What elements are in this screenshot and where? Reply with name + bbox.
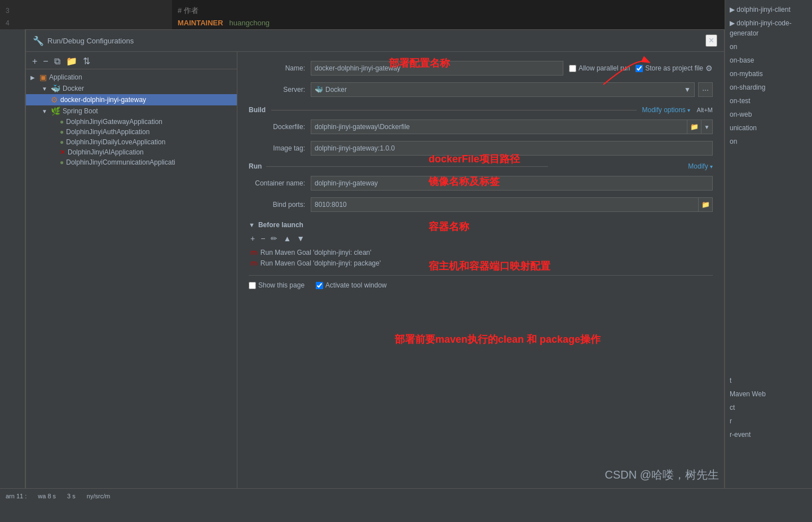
right-panel: ▶ dolphin-jinyi-client ▶ dolphin-jinyi-c…	[725, 0, 812, 522]
launch-add-button[interactable]: +	[249, 233, 257, 244]
code-gutter: 3 4	[0, 0, 172, 29]
right-panel-item: on-base	[730, 54, 807, 67]
dialog-title: 🔧 Run/Debug Configurations	[33, 36, 134, 46]
tree-folder-button[interactable]: 📁	[64, 56, 79, 67]
bind-ports-folder-button[interactable]: 📁	[698, 197, 713, 212]
spring-boot-label: Spring Boot	[63, 107, 98, 115]
tree-toolbar: + − ⧉ 📁 ⇅	[26, 54, 237, 69]
name-row-extras: Allow parallel run Store as project file…	[569, 64, 713, 73]
launch-item-package[interactable]: m Run Maven Goal 'dolphin-jinyi: package…	[249, 258, 713, 268]
maintainer-value: huangchong	[230, 19, 270, 27]
right-panel-item-ct: ct	[730, 401, 807, 414]
docker-selected-label: docker-dolphin-jinyi-gateway	[60, 96, 146, 104]
before-launch-section: ▼ Before launch + − ✏ ▲ ▼ m Run Maven Go…	[249, 221, 713, 268]
spring-item-4: DolphinJinyiAIApplication	[68, 148, 144, 156]
image-tag-row: Image tag:	[249, 141, 713, 156]
app-icon-3: ●	[60, 138, 64, 146]
launch-remove-button[interactable]: −	[259, 233, 267, 244]
bottom-bar: Show this page Activate tool window	[249, 275, 713, 295]
tree-item-docker[interactable]: ▼ 🐳 Docker	[26, 83, 237, 94]
tree-item-daily-love[interactable]: ● DolphinJinyiDailyLoveApplication	[26, 137, 237, 147]
code-content: # 作者 MAINTAINER huangchong	[172, 0, 812, 29]
tree-item-comm[interactable]: ● DolphinJinyiCommunicationApplicati	[26, 157, 237, 167]
docker-icon: 🐳	[51, 84, 60, 93]
server-select-value: Docker	[325, 86, 347, 94]
modify-run-link[interactable]: Modify ▾	[688, 162, 713, 170]
build-section-header: Build Modify options ▾ Alt+M	[249, 106, 713, 114]
dialog-body: + − ⧉ 📁 ⇅ ▶ ▣ Application ▼ 🐳 Docker	[26, 52, 724, 520]
tree-item-auth[interactable]: ● DolphinJinyiAuthApplication	[26, 127, 237, 137]
spring-item-5: DolphinJinyiCommunicationApplicati	[66, 158, 175, 166]
tree-item-ai[interactable]: ✕ DolphinJinyiAIApplication	[26, 147, 237, 157]
app-icon-4: ✕	[60, 148, 65, 156]
right-panel-item-event: r-event	[730, 428, 807, 441]
dockerfile-input[interactable]	[311, 120, 687, 134]
show-page-label[interactable]: Show this page	[249, 281, 304, 289]
run-section: Run Modify ▾ Container name: Bind ports:	[249, 162, 713, 212]
right-panel-item: on	[730, 40, 807, 54]
modify-options-text: Modify options	[642, 106, 686, 114]
allow-parallel-label[interactable]: Allow parallel run	[569, 64, 630, 72]
run-debug-dialog: 🔧 Run/Debug Configurations × + − ⧉ 📁 ⇅ ▶…	[25, 29, 725, 522]
tree-item-gateway[interactable]: ● DolphinJinyiGatewayApplication	[26, 117, 237, 127]
run-header: Run Modify ▾	[249, 162, 713, 170]
gear-icon[interactable]: ⚙	[705, 64, 713, 73]
right-panel-item: on-test	[730, 94, 807, 108]
close-button[interactable]: ×	[705, 34, 717, 47]
image-tag-input[interactable]	[311, 141, 713, 156]
launch-edit-button[interactable]: ✏	[269, 233, 279, 244]
spring-icon: 🌿	[51, 107, 60, 116]
launch-down-button[interactable]: ▼	[295, 233, 306, 244]
right-panel-item[interactable]: ▶ dolphin-jinyi-client	[730, 3, 807, 16]
dialog-title-text: Run/Debug Configurations	[47, 37, 134, 45]
right-panel-item-r: r	[730, 414, 807, 428]
container-name-input[interactable]	[311, 176, 713, 191]
right-panel-item-t: t	[730, 374, 807, 387]
tree-copy-button[interactable]: ⧉	[52, 56, 62, 67]
modify-run-arrow: ▾	[710, 163, 713, 170]
show-page-checkbox[interactable]	[249, 282, 256, 289]
spring-item-1: DolphinJinyiGatewayApplication	[66, 118, 162, 126]
build-divider	[271, 110, 637, 110]
line-num-3: 3	[6, 5, 166, 17]
tree-item-application[interactable]: ▶ ▣ Application	[26, 72, 237, 83]
server-select[interactable]: 🐳 Docker ▼	[311, 82, 695, 97]
build-title: Build	[249, 106, 266, 114]
server-row: Server: 🐳 Docker ▼ ···	[249, 82, 713, 97]
name-input[interactable]	[311, 61, 563, 76]
before-launch-header: ▼ Before launch	[249, 221, 713, 229]
right-panel-item: on-mybatis	[730, 67, 807, 81]
bind-ports-input[interactable]	[311, 197, 698, 212]
tree-arrow-docker: ▼	[42, 86, 48, 92]
tree-remove-button[interactable]: −	[41, 56, 50, 67]
server-dropdown-arrow: ▼	[684, 86, 691, 94]
dockerfile-folder-button[interactable]: 📁	[687, 120, 701, 134]
run-divider	[266, 166, 548, 167]
store-project-checkbox[interactable]	[636, 65, 643, 72]
right-panel-item[interactable]: ▶ dolphin-jinyi-code-generator	[730, 16, 807, 40]
activate-tool-label[interactable]: Activate tool window	[316, 281, 387, 289]
dialog-icon: 🔧	[33, 36, 44, 46]
dockerfile-dropdown-button[interactable]: ▼	[701, 120, 713, 134]
run-title-line: Run	[249, 162, 548, 170]
tree-sort-button[interactable]: ⇅	[81, 56, 92, 67]
tree-item-spring-boot[interactable]: ▼ 🌿 Spring Boot	[26, 105, 237, 117]
launch-item-clean[interactable]: m Run Maven Goal 'dolphin-jinyi: clean'	[249, 247, 713, 258]
store-project-label[interactable]: Store as project file ⚙	[636, 64, 713, 73]
allow-parallel-checkbox[interactable]	[569, 65, 576, 72]
app-icon-2: ●	[60, 128, 64, 136]
modify-options-link[interactable]: Modify options ▾ Alt+M	[642, 106, 713, 114]
server-dots-button[interactable]: ···	[698, 82, 713, 97]
before-launch-collapse[interactable]: ▼	[249, 222, 255, 228]
tree-item-docker-selected[interactable]: ⚙ docker-dolphin-jinyi-gateway	[26, 94, 237, 105]
launch-up-button[interactable]: ▲	[281, 233, 293, 244]
code-comment-line: # 作者	[178, 5, 806, 17]
tree-arrow-application: ▶	[30, 74, 37, 81]
maven-icon-clean: m	[251, 248, 257, 256]
tree-add-button[interactable]: +	[30, 56, 39, 67]
code-maintainer-line: MAINTAINER huangchong	[178, 17, 806, 29]
activate-tool-checkbox[interactable]	[316, 282, 323, 289]
application-icon: ▣	[39, 73, 47, 82]
maven-goal-clean-text: Run Maven Goal 'dolphin-jinyi: clean'	[261, 249, 372, 256]
bind-ports-label: Bind ports:	[249, 201, 305, 209]
